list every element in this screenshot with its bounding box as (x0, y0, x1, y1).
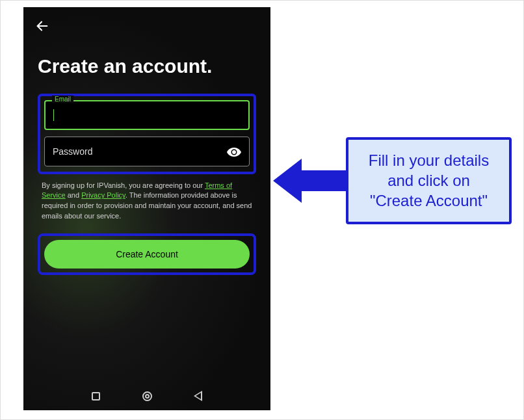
nav-home-icon[interactable] (142, 391, 152, 401)
nav-recent-icon[interactable] (92, 392, 100, 400)
password-field-wrap (44, 137, 250, 166)
arrow-stem (302, 170, 346, 191)
annotation-callout: Fill in your details and click on "Creat… (274, 137, 512, 224)
password-field[interactable] (44, 137, 250, 166)
privacy-policy-link[interactable]: Privacy Policy (81, 191, 125, 199)
android-navbar (23, 386, 270, 406)
back-arrow-icon[interactable] (23, 19, 49, 37)
form-highlight: Email (38, 94, 256, 174)
button-highlight: Create Account (38, 233, 256, 275)
legal-prefix: By signing up for IPVanish, you are agre… (42, 181, 205, 189)
email-field[interactable] (44, 100, 250, 130)
phone-screen: Create an account. Email By signing up f… (23, 7, 270, 410)
create-account-button[interactable]: Create Account (44, 240, 250, 269)
legal-and: and (66, 191, 81, 199)
email-label: Email (52, 96, 73, 103)
nav-back-icon[interactable] (194, 391, 202, 401)
email-field-wrap: Email (44, 100, 250, 130)
page-title: Create an account. (38, 55, 256, 78)
eye-icon[interactable] (226, 144, 242, 160)
text-caret (53, 109, 54, 121)
callout-text: Fill in your details and click on "Creat… (346, 137, 512, 224)
legal-text: By signing up for IPVanish, you are agre… (38, 179, 256, 234)
arrow-left-icon (273, 159, 302, 203)
